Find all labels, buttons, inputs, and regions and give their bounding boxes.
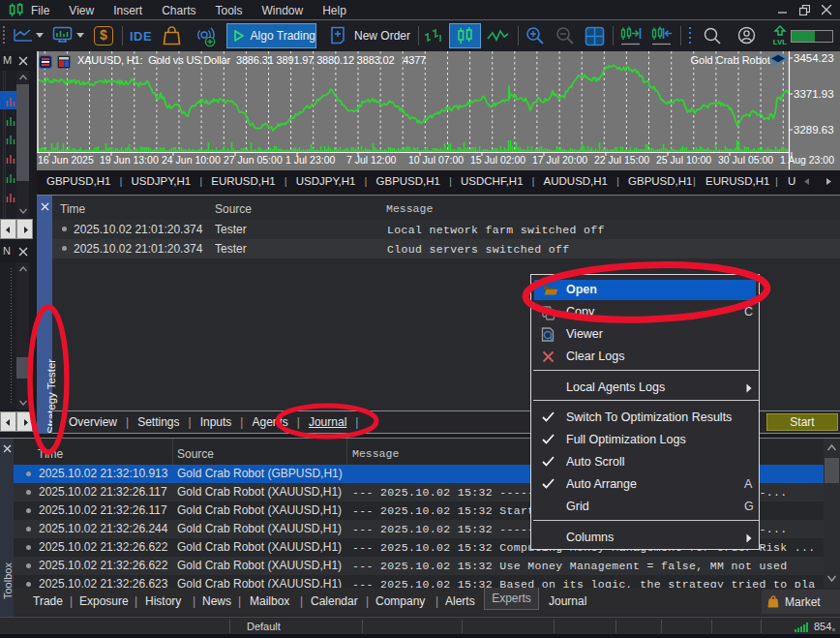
svg-text:30 Jul 05:00: 30 Jul 05:00 [718,154,773,166]
svg-text:22 Jul 15:00: 22 Jul 15:00 [594,154,649,166]
svg-text:17 Jul 20:00: 17 Jul 20:00 [532,154,587,166]
svg-text:16 Jun 2025: 16 Jun 2025 [38,154,94,166]
svg-text:15 Jul 02:00: 15 Jul 02:00 [470,154,525,166]
svg-text:LVL: LVL [773,38,788,46]
svg-text:25 Jul 10:00: 25 Jul 10:00 [656,154,711,166]
svg-text:10 Jul 07:00: 10 Jul 07:00 [408,154,464,166]
svg-text:7 Jul 12:00: 7 Jul 12:00 [346,154,397,166]
svg-text:27 Jun 05:00: 27 Jun 05:00 [224,154,283,166]
svg-text:24 Jun 10:00: 24 Jun 10:00 [162,154,221,166]
svg-text:3454.23: 3454.23 [794,52,834,64]
svg-text:1 Aug 23:00: 1 Aug 23:00 [780,154,834,166]
svg-text:19 Jun 13:00: 19 Jun 13:00 [100,154,159,166]
svg-text:3289.63: 3289.63 [794,124,834,136]
svg-text:3371.93: 3371.93 [794,88,834,100]
svg-text:1 Jul 23:00: 1 Jul 23:00 [285,154,336,166]
